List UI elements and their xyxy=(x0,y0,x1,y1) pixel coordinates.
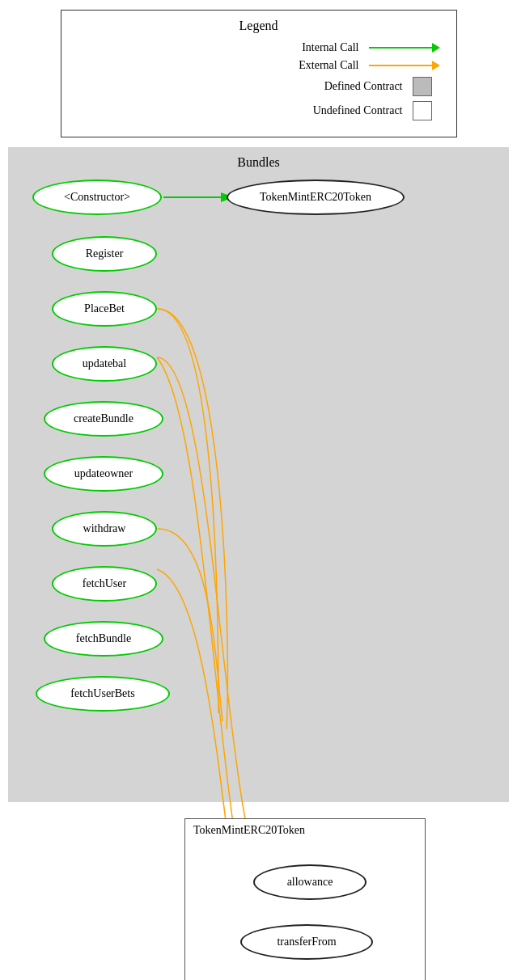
external-area: TokenMintERC20Token allowance transferFr… xyxy=(8,802,509,980)
node-updatebal: updatebal xyxy=(52,346,157,382)
legend-title: Legend xyxy=(78,19,440,33)
legend-defined-label: Defined Contract xyxy=(273,80,403,93)
legend-internal-label: Internal Call xyxy=(230,41,359,54)
bundles-title: Bundles xyxy=(8,155,509,170)
defined-contract-swatch xyxy=(413,77,432,96)
internal-call-line xyxy=(369,47,434,49)
legend-row-external: External Call xyxy=(78,59,440,72)
node-constructor: <Constructor> xyxy=(32,180,162,215)
legend-row-defined: Defined Contract xyxy=(78,77,440,96)
external-call-arrow xyxy=(432,61,440,70)
external-call-line xyxy=(369,65,434,66)
node-transferfrom: transferFrom xyxy=(240,924,373,960)
node-placebet: PlaceBet xyxy=(52,291,157,327)
node-createbundle: createBundle xyxy=(44,401,163,437)
legend-row-undefined: Undefined Contract xyxy=(78,101,440,120)
node-register: Register xyxy=(52,236,157,272)
node-tokenmint-bundle: TokenMintERC20Token xyxy=(227,180,405,215)
undefined-contract-swatch xyxy=(413,101,432,120)
legend-row-internal: Internal Call xyxy=(78,41,440,54)
legend-box: Legend Internal Call External Call Defin… xyxy=(61,10,457,137)
node-withdraw: withdraw xyxy=(52,511,157,547)
node-allowance: allowance xyxy=(253,864,367,900)
external-contract-title: TokenMintERC20Token xyxy=(185,819,425,840)
node-fetchuser: fetchUser xyxy=(52,566,157,602)
node-fetchuserbets: fetchUserBets xyxy=(36,676,170,712)
node-fetchbundle: fetchBundle xyxy=(44,621,163,657)
bundles-area: Bundles <Constructor> TokenMintERC20Toke… xyxy=(8,147,509,802)
legend-external-label: External Call xyxy=(230,59,359,72)
legend-undefined-label: Undefined Contract xyxy=(273,104,403,117)
external-contract-box: TokenMintERC20Token allowance transferFr… xyxy=(184,818,426,980)
node-updateowner: updateowner xyxy=(44,456,163,492)
